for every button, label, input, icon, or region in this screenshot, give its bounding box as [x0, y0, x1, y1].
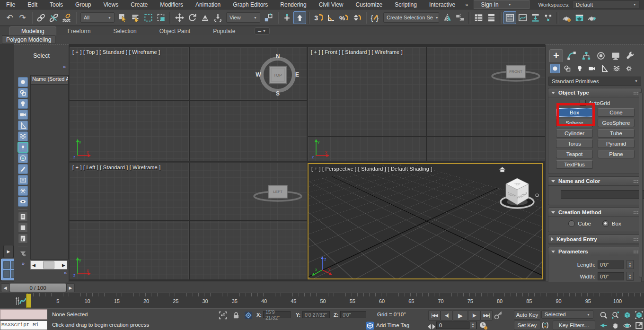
- schematic-view-icon[interactable]: [529, 11, 542, 24]
- parameter-field[interactable]: 0'0": [598, 261, 624, 269]
- category-shapes-icon[interactable]: [563, 64, 572, 73]
- viewcube-compass[interactable]: TOPNSWE: [255, 53, 300, 96]
- viewcube-3d[interactable]: TOPLEFTFRONT: [495, 173, 539, 213]
- spinner-icon[interactable]: ▲▼: [626, 260, 634, 269]
- radio-icon[interactable]: [602, 220, 609, 227]
- sidebar-pen-icon[interactable]: [18, 164, 28, 174]
- panel-expand-chevron[interactable]: »: [22, 261, 25, 266]
- radio-icon[interactable]: [568, 220, 575, 227]
- scroll-right-icon[interactable]: ▶: [61, 263, 67, 268]
- menu-create[interactable]: Create: [124, 0, 154, 9]
- object-type-button-plane[interactable]: Plane: [598, 150, 635, 158]
- transform-gizmo-icon[interactable]: [219, 311, 227, 320]
- named-selection-set-dropdown[interactable]: Create Selection Se▼: [383, 12, 439, 23]
- select-and-manipulate-icon[interactable]: [281, 11, 293, 24]
- render-production-icon[interactable]: [586, 11, 599, 24]
- category-space-warps-icon[interactable]: [612, 64, 621, 73]
- play-button[interactable]: ▶: [453, 310, 468, 321]
- render-setup-icon[interactable]: [560, 11, 573, 24]
- add-time-tag[interactable]: Add Time Tag: [376, 322, 409, 328]
- menu-group[interactable]: Group: [69, 0, 97, 9]
- tab-display[interactable]: [609, 50, 622, 62]
- selection-filter-dropdown[interactable]: All▼: [80, 12, 115, 23]
- primitive-category-dropdown[interactable]: Standard Primitives ▼: [548, 77, 641, 86]
- menu-customize[interactable]: Customize: [350, 0, 389, 9]
- time-tag-cube-icon[interactable]: [366, 321, 373, 329]
- maximize-viewport-icon[interactable]: [633, 321, 644, 330]
- polygon-modeling-panel[interactable]: Polygon Modeling: [2, 35, 55, 44]
- panel-expand-chevron[interactable]: »: [64, 270, 67, 276]
- object-type-button-cylinder[interactable]: Cylinder: [556, 129, 593, 138]
- parameter-field[interactable]: 0'0": [598, 272, 624, 280]
- object-type-button-geosphere[interactable]: GeoSphere: [598, 119, 635, 127]
- sidebar-blank-square-icon[interactable]: [18, 223, 28, 233]
- keyboard-override-icon[interactable]: [293, 11, 306, 24]
- object-type-button-pyramid[interactable]: Pyramid: [598, 139, 635, 148]
- rollout-header[interactable]: Keyboard Entry: [548, 235, 641, 244]
- current-frame-field[interactable]: 0 ▲▼: [436, 321, 477, 329]
- set-keys-icon[interactable]: [494, 310, 512, 329]
- ribbon-config-dropdown[interactable]: ▬▼: [255, 27, 270, 35]
- select-and-move-icon[interactable]: [173, 11, 186, 24]
- object-name-field[interactable]: [561, 190, 644, 199]
- viewcube-front[interactable]: FRONT: [490, 61, 542, 85]
- name-list-header[interactable]: Name (Sorted A: [31, 76, 68, 85]
- scene-explorer-icon[interactable]: [503, 11, 516, 24]
- zoom-icon[interactable]: [598, 310, 609, 320]
- go-to-end-button[interactable]: ▶▶|: [480, 310, 493, 321]
- key-mode-toggle-icon[interactable]: [427, 322, 434, 328]
- ribbon-tab-object-paint[interactable]: Object Paint: [148, 27, 202, 35]
- time-slider[interactable]: [26, 294, 31, 308]
- snaps-toggle-icon[interactable]: 3: [312, 11, 325, 24]
- creation-method-option[interactable]: Cube: [568, 220, 591, 227]
- rollout-header[interactable]: Parameters: [548, 247, 641, 256]
- sidebar-geometry-icon[interactable]: [18, 77, 28, 87]
- frame-back-button[interactable]: ◀: [1, 283, 9, 292]
- sidebar-shapes-icon[interactable]: [18, 88, 28, 98]
- window-crossing-icon[interactable]: [155, 11, 168, 24]
- expand-panel-button[interactable]: ▶: [3, 245, 14, 258]
- zoom-extents-all-icon[interactable]: [633, 310, 644, 320]
- sidebar-doc-list-icon[interactable]: [18, 212, 28, 222]
- viewport-label[interactable]: [ + ] [ Perspective ] [ Standard ] [ Def…: [311, 166, 432, 172]
- spinner-icon[interactable]: ▲▼: [626, 272, 634, 281]
- go-to-start-button[interactable]: |◀◀: [428, 310, 441, 321]
- rectangular-selection-region-icon[interactable]: [142, 11, 155, 24]
- select-object-icon[interactable]: [116, 11, 129, 24]
- category-geometry-icon[interactable]: [550, 64, 560, 73]
- ribbon-tab-freeform[interactable]: Freeform: [56, 27, 102, 35]
- menu-graph-editors[interactable]: Graph Editors: [227, 0, 274, 9]
- key-filters-button[interactable]: Key Filters...: [553, 321, 595, 330]
- creation-method-option[interactable]: Box: [602, 220, 621, 227]
- menu-file[interactable]: File: [0, 0, 21, 9]
- workspace-dropdown[interactable]: Default ▼: [573, 0, 640, 9]
- panel-scrollbar[interactable]: [639, 92, 643, 278]
- viewport-front[interactable]: [ + ] [ Front ] [ Standard ] [ Wireframe…: [308, 47, 545, 161]
- set-key-filters-icon[interactable]: [541, 321, 549, 330]
- curve-editor-icon[interactable]: [516, 11, 529, 24]
- mirror-icon[interactable]: [441, 11, 454, 24]
- select-by-name-icon[interactable]: [129, 11, 142, 24]
- object-type-button-tube[interactable]: Tube: [598, 129, 635, 138]
- tab-modify[interactable]: [565, 50, 578, 62]
- sidebar-freeze-icon[interactable]: [18, 186, 28, 196]
- field-of-view-icon[interactable]: [598, 321, 609, 330]
- absolute-offset-toggle-icon[interactable]: [244, 311, 253, 320]
- sidebar-helpers-icon[interactable]: [18, 121, 28, 130]
- category-cameras-icon[interactable]: [587, 64, 597, 73]
- category-helpers-icon[interactable]: [600, 64, 609, 73]
- rollout-grip-icon[interactable]: [633, 91, 638, 95]
- rollout-grip-icon[interactable]: [633, 250, 638, 253]
- menu-modifiers[interactable]: Modifiers: [154, 0, 189, 9]
- angle-snap-icon[interactable]: [325, 11, 337, 24]
- home-icon[interactable]: [499, 166, 506, 173]
- sidebar-containers-icon[interactable]: [18, 142, 28, 152]
- ribbon-tab-populate[interactable]: Populate: [202, 27, 247, 35]
- undo-icon[interactable]: ↶: [3, 11, 16, 24]
- select-and-scale-icon[interactable]: [199, 11, 212, 24]
- menu-views[interactable]: Views: [97, 0, 124, 9]
- frame-forward-button[interactable]: ▶: [66, 283, 75, 292]
- maxscript-listener-input[interactable]: MAXScript Mi: [0, 321, 47, 330]
- viewport-perspective[interactable]: [ + ] [ Perspective ] [ Standard ] [ Def…: [308, 163, 543, 279]
- frame-spinner[interactable]: ▲▼: [469, 321, 476, 329]
